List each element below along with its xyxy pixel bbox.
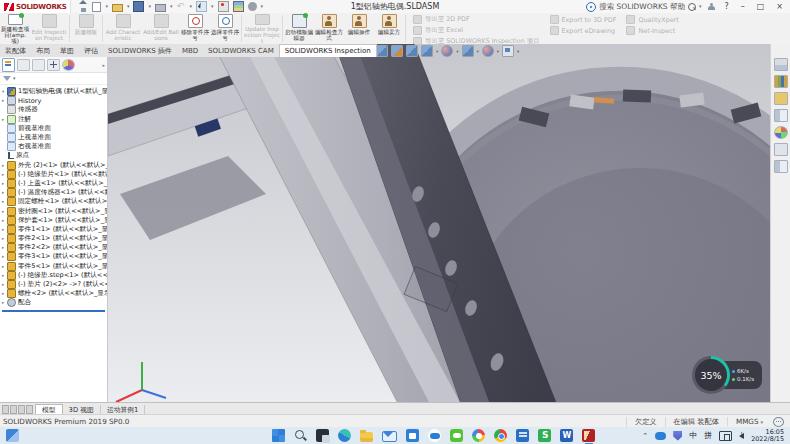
view-palette-icon[interactable] [774,109,788,122]
login-user-icon[interactable] [707,3,715,11]
tree-item-component[interactable]: ▸零件3<1> (默认<<默认>_显示状态 [0,252,107,261]
edit-operations-button[interactable]: 编辑操作 [344,13,374,44]
view-settings-icon[interactable] [502,45,514,57]
tab-sw-addins[interactable]: SOLIDWORKS 插件 [103,45,177,57]
tree-item-component[interactable]: ▸(-) 上盖<1> (默认<<默认>_显示状 [0,179,107,188]
taskbar-clock[interactable]: 16:05 2022/8/15 [751,429,784,443]
tree-item-component[interactable]: ▸零件2<1> (默认<<默认>_显示状态 [0,234,107,243]
tree-item-sensors[interactable]: ▸传感器 [0,105,107,114]
help-button[interactable]: ? [721,1,731,13]
tab-layout[interactable]: 布局 [31,45,55,57]
units-selector[interactable]: MMGS▾ [727,417,771,426]
previous-view-icon[interactable] [376,45,388,57]
tree-item-mates[interactable]: ▸配合 [0,298,107,307]
tray-overflow-icon[interactable]: ⌃ [642,432,648,440]
tree-filter-row[interactable]: ▾ [0,73,107,85]
view-orientation-icon[interactable] [421,45,433,57]
security-shield-icon[interactable] [673,431,682,441]
file-explorer-icon[interactable] [774,92,788,105]
help-search-box[interactable]: 搜索 SOLIDWORKS 帮助 ▾ [586,2,701,12]
custom-properties-icon[interactable] [774,143,788,156]
tree-item-front-plane[interactable]: ▸前视基准面 [0,124,107,133]
rollback-bar[interactable] [2,310,105,312]
comments-icon[interactable] [773,417,784,427]
display-manager-tab-icon[interactable] [62,59,75,71]
ime-layout[interactable]: 拼 [704,430,712,441]
edge-browser-icon[interactable] [338,429,351,442]
property-manager-tab-icon[interactable] [17,59,30,71]
tree-item-annotations[interactable]: ▸注解 [0,115,107,124]
tree-item-right-plane[interactable]: ▸右视基准面 [0,142,107,151]
design-library-icon[interactable] [774,75,788,88]
edit-vendors-button[interactable]: 编辑卖方 [374,13,404,44]
ime-mode[interactable]: 中 [689,430,697,441]
tab-sw-inspection[interactable]: SOLIDWORKS Inspection [279,44,377,57]
cast-device-icon[interactable] [719,431,732,441]
notes-app-icon[interactable] [516,429,529,442]
home-icon[interactable] [79,0,88,13]
tree-item-component[interactable]: ▸(-) 绝缘垫.step<1> (默认<<默认> [0,271,107,280]
new-inspection-project-button[interactable]: 新建检查项目(amp.项) [0,13,30,44]
tree-item-component[interactable]: ▸外壳 (2)<1> (默认<<默认>_显示状 [0,161,107,170]
task-view-icon[interactable] [316,429,329,442]
solidworks-taskbar-icon[interactable] [582,429,595,442]
tree-item-component[interactable]: ▸零件1<1> (默认<<默认>_显示状态 [0,225,107,234]
tree-item-component[interactable]: ▸螺栓<2> (默认<<默认>_显示状态 [0,289,107,298]
dimxpert-manager-tab-icon[interactable] [47,59,60,71]
configuration-manager-tab-icon[interactable] [32,59,45,71]
3d-model-canvas[interactable] [108,44,770,414]
select-cursor-icon[interactable] [196,1,207,12]
tab-mbd[interactable]: MBD [177,45,203,57]
tree-root[interactable]: ▾ 1型铝轴热电偶 (默认<默认_显示状态-1>) [0,87,107,96]
feature-tree-tab-icon[interactable] [2,58,15,72]
start-button-icon[interactable] [272,429,285,442]
chrome-icon[interactable] [494,429,507,442]
restore-button[interactable]: □ [754,1,768,13]
edit-methods-button[interactable]: 编辑检查方式 [314,13,344,44]
select-balloons-button[interactable]: 选择零件序号 [210,13,240,44]
tree-item-origin[interactable]: ▸原点 [0,151,107,160]
tab-evaluate[interactable]: 评估 [79,45,103,57]
wechat-icon[interactable] [450,429,463,442]
rebuild-icon[interactable] [218,1,229,12]
tab-assembly[interactable]: 装配体 [0,45,31,57]
tree-item-component[interactable]: ▸密封圈<1> (默认<<默认>_显示状 [0,206,107,215]
tab-sketch[interactable]: 草图 [55,45,79,57]
hide-show-items-icon[interactable] [462,45,474,57]
close-button[interactable]: × [773,1,786,13]
remove-balloons-button[interactable]: 移除零件序号 [180,13,210,44]
edit-appearance-icon[interactable] [482,45,494,57]
sw-resources-icon[interactable] [774,58,788,71]
save-icon[interactable] [133,1,144,12]
file-explorer-taskbar-icon[interactable] [360,432,373,442]
360-browser-icon[interactable] [472,429,485,442]
tree-item-component[interactable]: ▸零件5<1> (默认<<默认>_显示状态 [0,262,107,271]
undo-icon[interactable]: ↶ [176,2,185,11]
tree-item-component[interactable]: ▸固定螺栓<1> (默认<<默认>_显示 [0,197,107,206]
tab-overflow-icon[interactable]: ▸ [102,62,105,68]
dynamic-annotation-icon[interactable] [406,45,418,57]
new-document-icon[interactable] [92,2,101,12]
tree-item-component[interactable]: ▸零件2<2> (默认<<默认>_显示状态 [0,243,107,252]
appearances-scenes-icon[interactable] [774,126,788,139]
section-view-icon[interactable] [391,45,403,57]
print-icon[interactable] [155,4,166,12]
graphics-area[interactable]: ▾ ▾ ▾ ▾ ▾ 6K/s 0.1K/s 35% [108,44,770,414]
options-gear-icon[interactable] [248,2,257,11]
volume-icon[interactable] [739,433,744,439]
tree-item-history[interactable]: ▸History [0,96,107,105]
onedrive-app-icon[interactable] [428,429,441,442]
wps-office-icon[interactable] [560,429,573,442]
mail-app-icon[interactable] [382,431,397,442]
sw-forum-icon[interactable] [774,160,788,173]
tree-item-component[interactable]: ▸(-) 垫片 (2)<2> ->? (默认<<默认> [0,280,107,289]
tree-item-component[interactable]: ▸(-) 温度传感器<1> (默认<<默认>_ [0,188,107,197]
tree-item-component[interactable]: ▸保护套<1> (默认<<默认>_显示状 [0,216,107,225]
launch-template-editor-button[interactable]: 启动模板编辑器 [284,13,314,44]
widgets-icon[interactable] [6,429,19,442]
taskbar-search-icon[interactable] [294,429,307,442]
green-s-app-icon[interactable] [538,429,551,442]
open-icon[interactable] [112,4,123,12]
microsoft-store-icon[interactable] [406,429,419,442]
tree-item-component[interactable]: ▸(-) 绝缘垫片<1> (默认<<默认>_显 [0,170,107,179]
